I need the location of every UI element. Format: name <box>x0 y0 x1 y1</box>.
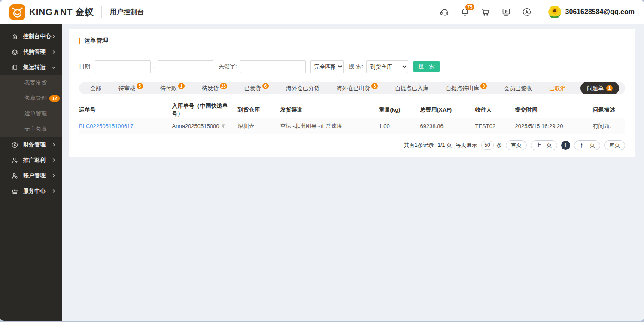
header-divider <box>101 6 102 18</box>
sidebar: 控制台中心代购管理集运转运我要发货包裹管理12运单管理无主包裹财务管理推广返利账… <box>0 24 62 321</box>
sidebar-item-purchasing[interactable]: 代购管理 <box>0 44 62 60</box>
sidebar-subitem-waybill-management[interactable]: 运单管理 <box>0 106 62 122</box>
tab-pending-review[interactable]: 待审核5 <box>116 85 146 92</box>
body-row: 控制台中心代购管理集运转运我要发货包裹管理12运单管理无主包裹财务管理推广返利账… <box>0 24 644 321</box>
tab-label: 待发货 <box>202 85 219 92</box>
sidebar-subitem-i-want-to-ship[interactable]: 我要发货 <box>0 75 62 91</box>
current-page-indicator[interactable]: 1 <box>561 141 570 150</box>
tab-label: 自提点已入库 <box>395 85 428 92</box>
first-page-button[interactable]: 首页 <box>506 140 527 150</box>
notification-badge: 75 <box>465 4 474 10</box>
person-share-icon <box>11 157 18 164</box>
chevron-down-icon <box>51 65 56 70</box>
video-tutorial-icon[interactable] <box>501 7 511 17</box>
prev-page-button[interactable]: 上一页 <box>531 140 557 150</box>
submit-time-cell: 2025/5/15 16:29:20 <box>511 118 589 134</box>
tab-label: 已发货 <box>244 85 261 92</box>
tab-pending-shipment[interactable]: 待发货23 <box>199 85 230 92</box>
sidebar-item-label: 代购管理 <box>23 48 51 56</box>
header-actions: 75 <box>429 6 635 18</box>
support-icon[interactable] <box>439 7 450 17</box>
tab-overseas-sorted[interactable]: 海外仓已分货 <box>283 85 322 92</box>
tab-label: 待审核 <box>118 85 135 92</box>
count-badge: 1 <box>178 83 185 89</box>
sidebar-item-consolidation[interactable]: 集运转运 <box>0 60 62 75</box>
avatar[interactable] <box>548 6 561 18</box>
column-header: 发货渠道 <box>276 102 375 118</box>
unit-label: 条 <box>497 142 502 149</box>
tab-all[interactable]: 全部 <box>88 85 104 92</box>
yen-icon <box>11 141 18 149</box>
problem-description-cell[interactable]: 有问题。 <box>589 118 625 134</box>
sidebar-item-console-center[interactable]: 控制台中心 <box>0 29 62 44</box>
tab-shipped[interactable]: 已发货6 <box>242 85 271 92</box>
date-label: 日期: <box>79 63 92 70</box>
sidebar-subitem-label: 我要发货 <box>24 79 47 87</box>
tab-pickup-outbound[interactable]: 自提点待出库9 <box>443 85 489 92</box>
tab-label: 全部 <box>90 85 101 92</box>
sidebar-item-service-center[interactable]: 服务中心 <box>0 183 62 199</box>
warehouse-select[interactable]: 到货仓库 <box>366 60 408 73</box>
tab-label: 待付款 <box>160 85 177 92</box>
tab-cancelled[interactable]: 已取消 <box>547 85 568 92</box>
sidebar-item-label: 财务管理 <box>23 141 51 149</box>
content-card: 运单管理 日期: - 关键字: 完全匹配 搜 索: 到货仓库 <box>69 29 635 157</box>
column-header: 提交时间 <box>511 102 589 118</box>
total-cost-cell: 69238.86 <box>416 118 471 134</box>
kingant-logo-icon[interactable] <box>9 4 25 20</box>
translate-icon[interactable] <box>522 7 532 17</box>
waybill-number-link[interactable]: BLC02250515100617 <box>79 123 134 129</box>
document-icon <box>11 64 18 71</box>
sidebar-item-label: 推广返利 <box>23 156 51 164</box>
copy-icon[interactable] <box>222 123 227 129</box>
tab-overseas-shipped[interactable]: 海外仓已出货8 <box>334 85 380 92</box>
sidebar-subitem-unclaimed-packages[interactable]: 无主包裹 <box>0 122 62 137</box>
pagination: 共有1条记录 1/1 页 每页展示 50 条 首页 上一页 1 下一页 尾页 <box>79 140 625 150</box>
sidebar-subitem-label: 包裹管理 <box>24 94 47 102</box>
count-badge: 1 <box>606 85 613 91</box>
date-end-input[interactable] <box>158 60 213 73</box>
date-start-input[interactable] <box>95 60 151 73</box>
last-page-button[interactable]: 尾页 <box>604 140 625 150</box>
sidebar-item-label: 服务中心 <box>23 187 51 195</box>
person-gear-icon <box>11 172 18 179</box>
record-summary: 共有1条记录 <box>404 142 434 149</box>
tab-pending-payment[interactable]: 待付款1 <box>158 85 187 92</box>
filter-bar: 日期: - 关键字: 完全匹配 搜 索: 到货仓库 搜 索 <box>79 60 625 73</box>
waybill-table: 运单号入库单号（中国快递单号）到货仓库发货渠道重量(kg)总费用(XAF)收件人… <box>79 102 625 134</box>
tab-label: 问题单 <box>587 85 604 92</box>
chevron-right-icon <box>51 49 56 55</box>
tab-label: 自提点待出库 <box>446 85 479 92</box>
tab-pickup-inbound[interactable]: 自提点已入库 <box>392 85 431 92</box>
recipient-cell: TEST02 <box>471 118 511 134</box>
search-select-label: 搜 索: <box>349 63 363 70</box>
sidebar-item-promotion-rebate[interactable]: 推广返利 <box>0 152 62 168</box>
tab-member-signed[interactable]: 会员已签收 <box>501 85 535 92</box>
chevron-right-icon <box>51 188 56 194</box>
bell-icon[interactable]: 75 <box>460 7 470 17</box>
sidebar-subitem-label: 无主包裹 <box>24 125 47 133</box>
sidebar-item-label: 账户管理 <box>23 172 51 179</box>
count-badge: 9 <box>480 83 487 89</box>
next-page-button[interactable]: 下一页 <box>574 140 601 150</box>
main-area: 运单管理 日期: - 关键字: 完全匹配 搜 索: 到货仓库 <box>62 24 644 321</box>
count-badge: 5 <box>137 83 143 89</box>
sidebar-item-account[interactable]: 账户管理 <box>0 168 62 183</box>
sidebar-subitem-package-management[interactable]: 包裹管理12 <box>0 91 62 106</box>
count-badge: 12 <box>49 95 60 102</box>
table-header-row: 运单号入库单号（中国快递单号）到货仓库发货渠道重量(kg)总费用(XAF)收件人… <box>79 102 625 118</box>
brand-area: KING∧NT 金蚁 用户控制台 <box>9 4 144 20</box>
sidebar-item-finance[interactable]: 财务管理 <box>0 137 62 152</box>
chevron-right-icon <box>51 34 56 39</box>
tab-problem-orders[interactable]: 问题单1 <box>580 82 619 94</box>
page-title: 运单管理 <box>84 37 108 45</box>
search-button[interactable]: 搜 索 <box>413 61 440 72</box>
keyword-input[interactable] <box>240 60 306 73</box>
app-window: KING∧NT 金蚁 用户控制台 75 <box>0 0 644 321</box>
sidebar-subitem-label: 运单管理 <box>24 110 47 118</box>
cart-icon[interactable] <box>480 7 491 17</box>
user-email[interactable]: 3061628584@qq.com <box>565 8 635 16</box>
per-page-selector[interactable]: 50 <box>481 141 494 150</box>
match-mode-select[interactable]: 完全匹配 <box>310 60 344 73</box>
crown-icon <box>11 188 18 195</box>
